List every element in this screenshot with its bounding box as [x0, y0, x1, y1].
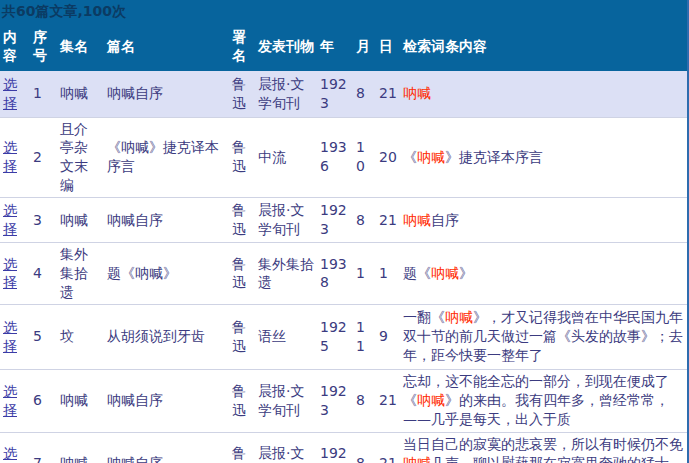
collection-cell: 呐喊 — [57, 71, 104, 117]
keyword-pre: 《 — [403, 149, 417, 165]
select-cell: 选择 — [0, 369, 30, 432]
select-link[interactable]: 选择 — [3, 202, 17, 237]
keyword-pre: 当日自己的寂寞的悲哀罢，所以有时候仍不免 — [403, 436, 683, 452]
month-cell: 8 — [353, 198, 376, 243]
year-cell: 1938 — [317, 243, 353, 305]
signature-cell: 鲁迅 — [229, 304, 255, 369]
year-cell: 1923 — [317, 432, 353, 463]
title-cell: 《呐喊》捷克译本序言 — [104, 117, 229, 198]
year-cell: 1923 — [317, 71, 353, 117]
table-row: 选择 3 呐喊 呐喊自序 鲁迅 晨报·文学旬刊 1923 8 21 呐喊自序 — [0, 198, 687, 243]
signature-cell: 鲁迅 — [229, 71, 255, 117]
col-header-content: 内容 — [0, 21, 30, 71]
day-cell: 20 — [376, 117, 400, 198]
keyword-post: 》 — [459, 265, 473, 281]
keyword-post: 几声，聊以慰藉那在寂寞里奔驰的猛士，使他不惮于前驱。至于 — [403, 455, 683, 463]
select-cell: 选择 — [0, 304, 30, 369]
keyword-post: 》捷克译本序言 — [445, 149, 543, 165]
keyword-highlight: 呐喊 — [431, 265, 459, 281]
publication-cell: 晨报·文学旬刊 — [255, 432, 317, 463]
day-cell: 21 — [376, 198, 400, 243]
month-cell: 1 — [353, 243, 376, 305]
year-cell: 1936 — [317, 117, 353, 198]
seq-cell: 4 — [30, 243, 57, 305]
keyword-cell: 呐喊 — [400, 71, 687, 117]
col-header-keyword: 检索词条内容 — [400, 21, 687, 71]
publication-cell: 语丝 — [255, 304, 317, 369]
month-cell: 8 — [353, 432, 376, 463]
select-link[interactable]: 选择 — [3, 445, 17, 463]
keyword-pre: 一翻《 — [403, 309, 445, 325]
keyword-cell: 题《呐喊》 — [400, 243, 687, 305]
select-link[interactable]: 选择 — [3, 76, 17, 111]
table-row: 选择 6 呐喊 呐喊自序 鲁迅 晨报·文学旬刊 1923 8 21 忘却，这不能… — [0, 369, 687, 432]
signature-cell: 鲁迅 — [229, 117, 255, 198]
keyword-highlight: 呐喊 — [445, 309, 473, 325]
results-table: 内容 序号 集名 篇名 署名 发表刊物 年 月 日 检索词条内容 选择 1 呐喊… — [0, 21, 687, 463]
keyword-highlight: 呐喊 — [403, 85, 431, 101]
keyword-cell: 一翻《呐喊》，才又记得我曾在中华民国九年双十节的前几天做过一篇《头发的故事》；去… — [400, 304, 687, 369]
table-row: 选择 1 呐喊 呐喊自序 鲁迅 晨报·文学旬刊 1923 8 21 呐喊 — [0, 71, 687, 117]
select-cell: 选择 — [0, 71, 30, 117]
keyword-cell: 呐喊自序 — [400, 198, 687, 243]
seq-cell: 1 — [30, 71, 57, 117]
collection-cell: 且介亭杂文末编 — [57, 117, 104, 198]
day-cell: 21 — [376, 369, 400, 432]
col-header-seq: 序号 — [30, 21, 57, 71]
table-row: 选择 5 坟 从胡须说到牙齿 鲁迅 语丝 1925 11 9 一翻《呐喊》，才又… — [0, 304, 687, 369]
publication-cell: 集外集拾遗 — [255, 243, 317, 305]
table-row: 选择 4 集外集拾遗 题《呐喊》 鲁迅 集外集拾遗 1938 1 1 题《呐喊》 — [0, 243, 687, 305]
col-header-month: 月 — [353, 21, 376, 71]
col-header-collection: 集名 — [57, 21, 104, 71]
year-cell: 1923 — [317, 198, 353, 243]
title-cell: 呐喊自序 — [104, 369, 229, 432]
table-row: 选择 2 且介亭杂文末编 《呐喊》捷克译本序言 鲁迅 中流 1936 10 20… — [0, 117, 687, 198]
keyword-highlight: 呐喊 — [403, 212, 431, 228]
title-cell: 呐喊自序 — [104, 198, 229, 243]
select-cell: 选择 — [0, 198, 30, 243]
keyword-highlight: 呐喊 — [417, 392, 445, 408]
seq-cell: 2 — [30, 117, 57, 198]
collection-cell: 呐喊 — [57, 432, 104, 463]
select-link[interactable]: 选择 — [3, 139, 17, 174]
table-row: 选择 7 呐喊 呐喊自序 鲁迅 晨报·文学旬刊 1923 8 21 当日自己的寂… — [0, 432, 687, 463]
keyword-pre: 题《 — [403, 265, 431, 281]
collection-cell: 呐喊 — [57, 369, 104, 432]
month-cell: 10 — [353, 117, 376, 198]
table-header: 内容 序号 集名 篇名 署名 发表刊物 年 月 日 检索词条内容 — [0, 21, 687, 71]
col-header-signature: 署名 — [229, 21, 255, 71]
title-cell: 从胡须说到牙齿 — [104, 304, 229, 369]
signature-cell: 鲁迅 — [229, 198, 255, 243]
day-cell: 9 — [376, 304, 400, 369]
signature-cell: 鲁迅 — [229, 243, 255, 305]
title-cell: 题《呐喊》 — [104, 243, 229, 305]
publication-cell: 中流 — [255, 117, 317, 198]
col-header-year: 年 — [317, 21, 353, 71]
select-cell: 选择 — [0, 243, 30, 305]
keyword-highlight: 呐喊 — [417, 149, 445, 165]
year-cell: 1923 — [317, 369, 353, 432]
select-link[interactable]: 选择 — [3, 319, 17, 354]
keyword-post: 自序 — [431, 212, 459, 228]
signature-cell: 鲁迅 — [229, 369, 255, 432]
title-cell: 呐喊自序 — [104, 71, 229, 117]
day-cell: 21 — [376, 71, 400, 117]
keyword-cell: 忘却，这不能全忘的一部分，到现在便成了《呐喊》的来由。我有四年多，曾经常常，——… — [400, 369, 687, 432]
seq-cell: 3 — [30, 198, 57, 243]
collection-cell: 呐喊 — [57, 198, 104, 243]
collection-cell: 集外集拾遗 — [57, 243, 104, 305]
col-header-day: 日 — [376, 21, 400, 71]
publication-cell: 晨报·文学旬刊 — [255, 369, 317, 432]
keyword-cell: 当日自己的寂寞的悲哀罢，所以有时候仍不免呐喊几声，聊以慰藉那在寂寞里奔驰的猛士，… — [400, 432, 687, 463]
month-cell: 11 — [353, 304, 376, 369]
month-cell: 8 — [353, 71, 376, 117]
select-link[interactable]: 选择 — [3, 383, 17, 418]
select-link[interactable]: 选择 — [3, 256, 17, 291]
keyword-highlight: 呐喊 — [403, 455, 431, 463]
select-cell: 选择 — [0, 432, 30, 463]
title-cell: 呐喊自序 — [104, 432, 229, 463]
keyword-cell: 《呐喊》捷克译本序言 — [400, 117, 687, 198]
year-cell: 1925 — [317, 304, 353, 369]
col-header-title: 篇名 — [104, 21, 229, 71]
signature-cell: 鲁迅 — [229, 432, 255, 463]
